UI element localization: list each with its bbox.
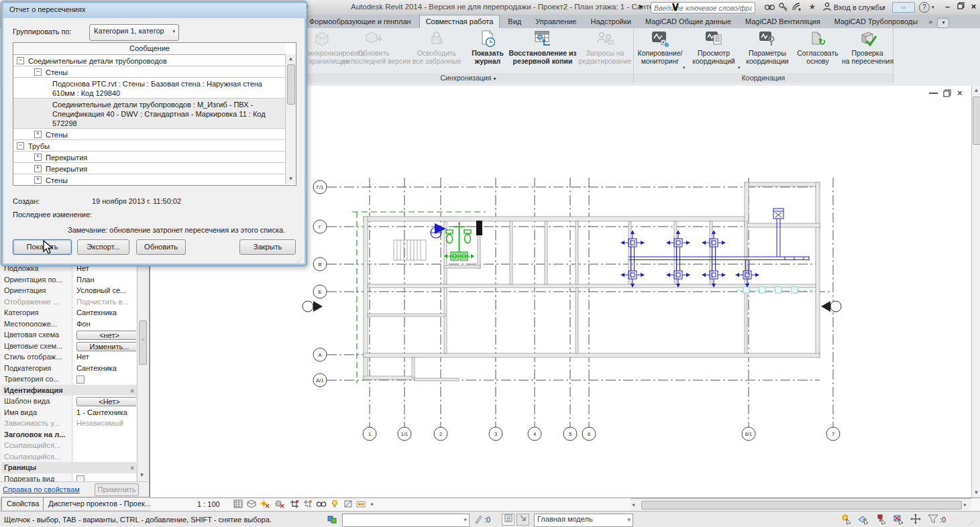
constraints-icon[interactable] [356,500,367,510]
show-button[interactable]: Показать [13,239,72,255]
resize-grip[interactable]: ⋰ [969,520,975,526]
user-icon[interactable] [821,2,833,13]
worksharing-display-icon[interactable] [502,514,514,526]
tree-row-selected[interactable]: Соединительные детали трубопроводов : М_… [13,99,286,129]
drag-on-selection-icon[interactable] [910,514,922,526]
shadows-icon[interactable] [274,500,285,510]
scroll-left-icon[interactable]: ◂ [632,502,635,508]
scope-box[interactable] [352,212,486,384]
horizontal-scrollbar[interactable]: ◂ ▸ [631,498,971,511]
pipe-fitting[interactable] [620,230,645,247]
tree-row[interactable]: −Стены [13,66,286,78]
detail-level-icon[interactable] [232,500,243,510]
coordination-review-button[interactable]: Просмотркоординаций ▾ [686,28,741,72]
reveal-hidden-icon[interactable] [329,500,340,510]
export-button[interactable]: Экспорт... [77,239,129,255]
scroll-right-icon[interactable]: ▸ [964,502,967,508]
activate-dimensions-icon[interactable] [840,514,852,526]
tab-project-browser[interactable]: Диспетчер проектов - Проек... [43,497,165,510]
reload-latest-button[interactable]: Обновитьдо последней версии [341,28,406,72]
palette-scrollbar-thumb[interactable]: ≡ [139,320,147,365]
editing-requests-icon[interactable] [474,514,483,526]
tree-row[interactable]: +Стены [13,129,286,140]
stairs[interactable] [394,240,426,260]
horizontal-scrollbar-thumb[interactable] [641,501,962,510]
tree-scrollbar-thumb[interactable] [287,64,295,105]
viewbar-collapse-icon[interactable]: ◂ [370,501,373,507]
color-scheme-button[interactable]: <нет> [76,331,136,340]
scroll-up-icon[interactable]: ▲ [972,86,980,95]
scroll-down-icon[interactable]: ▼ [138,471,146,479]
search-input[interactable] [651,2,755,13]
tree-scrollbar[interactable]: ▲ ▼ [285,54,296,184]
view-close-icon[interactable]: × [957,88,963,98]
help-dropdown-icon[interactable]: ▾ [932,5,934,10]
column-header-message[interactable]: Сообщение [13,43,286,55]
workset-select[interactable]: ▾ [342,514,470,527]
temporary-hide-isolate-icon[interactable] [315,500,327,510]
reconcile-hosting-button[interactable]: ↻ Согласоватьоснову [794,28,842,72]
plumbing-fixtures[interactable] [444,222,474,260]
refresh-button[interactable]: Обновить [136,239,186,255]
visual-style-icon[interactable] [246,500,257,510]
tab-addins[interactable]: Надстройки [585,15,637,28]
expander-icon[interactable]: − [17,142,24,150]
group-by-select[interactable]: Категория 1, категор ▾ [89,24,179,41]
view-restore-icon[interactable] [943,89,951,99]
section-marker-right[interactable] [821,301,841,312]
tab-collaborate[interactable]: Совместная работа [419,15,500,28]
vertical-scrollbar[interactable]: ▲ ▼ [971,86,980,497]
clash-element[interactable] [476,221,482,235]
panel-label-synchronize[interactable]: Синхронизация ▾ [303,73,633,83]
expander-icon[interactable]: + [34,165,42,172]
scroll-down-icon[interactable]: ▼ [286,174,296,183]
editing-requests-button[interactable]: Запросы наредактирование [577,28,633,72]
search-icon[interactable] [763,2,775,13]
infocenter-expand-icon[interactable]: ▶ [639,3,643,9]
exclude-options-icon[interactable] [893,514,904,526]
help-icon[interactable]: ? [919,2,930,13]
exchange-app-icon[interactable]: ⇔ [892,2,915,13]
key-icon[interactable] [777,2,790,13]
tree-row[interactable]: +Перекрытия [13,163,286,174]
coordination-review-dropdown-icon[interactable]: ▾ [738,65,741,70]
expander-icon[interactable]: + [34,154,42,161]
ribbon-state-toggle[interactable]: ▾ [937,18,949,28]
relinquish-all-button[interactable]: Освободитьвсе забранные [406,28,467,72]
worksets-icon[interactable] [327,514,338,526]
tab-magicad-piping[interactable]: MagiCAD Трубопроводы [828,15,924,28]
palette-scrollbar[interactable]: ≡ ▼ [137,263,148,481]
crop-view-icon[interactable] [288,500,300,510]
tree-row[interactable]: −Соединительные детали трубопроводов [13,55,286,66]
interference-check-button[interactable]: Проверкана пересечения [842,28,893,72]
minimize-button[interactable]: – [942,1,953,13]
tree-row[interactable]: −Трубы [13,140,286,152]
grid-lines[interactable] [327,178,833,427]
expander-icon[interactable]: + [34,176,42,184]
restore-button[interactable] [955,1,967,13]
view-template-button[interactable]: <Нет> [76,397,136,406]
tree-row[interactable]: +Стены [13,174,286,185]
close-dialog-button[interactable]: Закрыть [239,239,296,255]
properties-help-link[interactable]: Справка по свойствам [3,485,80,493]
pipe-fitting[interactable] [702,230,726,247]
favorites-star-icon[interactable]: ★ [806,2,818,13]
close-button[interactable]: × [968,1,979,13]
show-crop-region-icon[interactable] [302,500,313,510]
pipe-fitting[interactable] [666,230,690,247]
signin-label[interactable]: Вход в службы [834,3,885,11]
tab-view[interactable]: Вид [502,15,527,28]
selection-filter-icon[interactable] [928,514,938,526]
copy-monitor-button[interactable]: Копирование/мониторинг ▾ [634,28,686,72]
tab-manage[interactable]: Управление [529,15,582,28]
sun-path-icon[interactable] [259,500,270,510]
signin-dropdown-icon[interactable]: ▾ [883,5,885,10]
panel-label-coordinate[interactable]: Координация [634,73,893,83]
tab-overflow-icon[interactable]: » [926,15,935,28]
sun-path-checkbox[interactable] [76,375,85,384]
tab-magicad-ventilation[interactable]: MagiCAD Вентиляция [739,15,826,28]
expander-icon[interactable]: + [34,131,42,138]
editable-only-icon[interactable] [516,514,529,526]
search-history-chevron-icon[interactable]: ∨ [671,0,680,14]
sync-with-central-button[interactable]: Синхронизироватьс хранилищем [303,28,341,72]
